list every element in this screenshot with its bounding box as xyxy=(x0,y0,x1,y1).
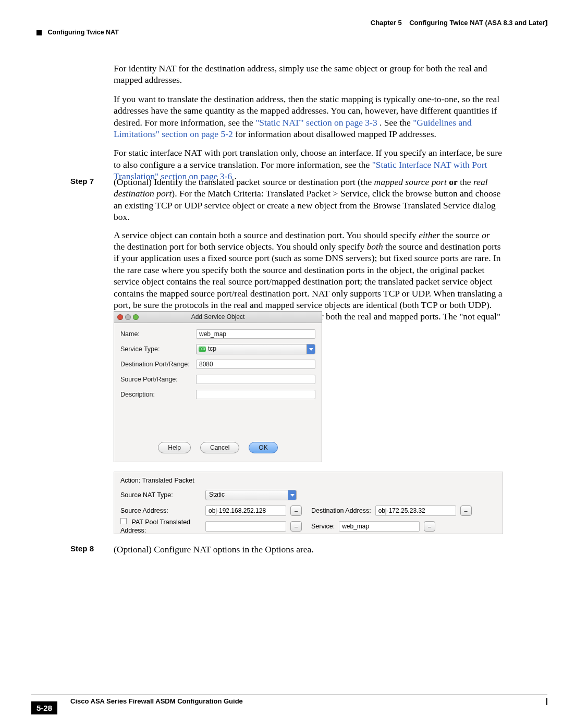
pat-pool-label: PAT Pool Translated Address: xyxy=(120,518,201,535)
zoom-icon[interactable] xyxy=(133,314,139,320)
page-header: Chapter 5 Configuring Twice NAT (ASA 8.3… xyxy=(16,19,547,28)
add-service-object-dialog: Add Service Object Name: web_map Service… xyxy=(114,311,322,462)
name-input[interactable]: web_map xyxy=(196,329,315,339)
dialog-titlebar[interactable]: Add Service Object xyxy=(114,312,322,323)
description-label: Description: xyxy=(120,390,196,399)
cancel-button[interactable]: Cancel xyxy=(200,442,239,453)
chapter-number: Chapter 5 xyxy=(371,19,402,27)
footer-guide-title: Cisco ASA Series Firewall ASDM Configura… xyxy=(70,697,243,706)
service-type-label: Service Type: xyxy=(120,345,196,353)
src-port-label: Source Port/Range: xyxy=(120,375,196,384)
body-content: For identity NAT for the destination add… xyxy=(114,63,503,190)
service-browse-button[interactable]: – xyxy=(424,521,435,532)
close-icon[interactable] xyxy=(117,314,123,320)
service-label: Service: xyxy=(311,522,335,530)
page-footer: Cisco ASA Series Firewall ASDM Configura… xyxy=(31,695,547,706)
dest-port-input[interactable]: 8080 xyxy=(196,360,315,369)
src-port-input[interactable] xyxy=(196,375,315,384)
src-addr-browse-button[interactable]: – xyxy=(290,505,302,516)
step-7-label: Step 7 xyxy=(70,176,94,186)
chevron-down-icon xyxy=(307,344,315,354)
section-header: Configuring Twice NAT xyxy=(36,28,119,36)
pat-pool-input[interactable] xyxy=(205,521,286,532)
src-nat-type-value: Static xyxy=(209,491,225,499)
dest-addr-label: Destination Address: xyxy=(311,507,371,515)
service-type-select[interactable]: TCP tcp xyxy=(196,344,315,354)
header-bar-icon xyxy=(546,20,547,26)
tcp-icon: TCP xyxy=(199,347,206,352)
dest-port-label: Destination Port/Range: xyxy=(120,360,196,368)
square-icon xyxy=(36,30,42,35)
step-8-label: Step 8 xyxy=(70,544,94,553)
para-identity-nat: For identity NAT for the destination add… xyxy=(114,63,503,86)
step-8-text: (Optional) Configure NAT options in the … xyxy=(114,544,503,555)
link-static-nat[interactable]: "Static NAT" section on page 3-3 xyxy=(255,117,377,128)
step-7-para1: (Optional) Identify the translated packe… xyxy=(114,176,503,223)
description-input[interactable] xyxy=(196,390,315,399)
src-addr-label: Source Address: xyxy=(120,507,201,515)
src-nat-type-label: Source NAT Type: xyxy=(120,491,201,499)
page-number: 5-28 xyxy=(31,701,57,714)
step-8: Step 8 (Optional) Configure NAT options … xyxy=(70,544,503,561)
footer-bar-icon xyxy=(546,698,547,705)
service-type-value: tcp xyxy=(208,345,216,353)
dest-addr-input[interactable]: obj-172.25.23.32 xyxy=(375,505,456,516)
panel-title: Action: Translated Packet xyxy=(120,476,496,485)
minimize-icon[interactable] xyxy=(125,314,131,320)
translated-packet-panel: Action: Translated Packet Source NAT Typ… xyxy=(114,472,503,534)
help-button[interactable]: Help xyxy=(158,442,191,453)
service-input[interactable]: web_map xyxy=(339,521,420,532)
pat-pool-checkbox[interactable] xyxy=(120,518,127,524)
chevron-down-icon xyxy=(288,490,296,500)
src-nat-type-select[interactable]: Static xyxy=(205,490,297,500)
ok-button[interactable]: OK xyxy=(249,442,277,453)
para-translate-dest: If you want to translate the destination… xyxy=(114,93,503,140)
src-addr-input[interactable]: obj-192.168.252.128 xyxy=(205,505,286,516)
dest-addr-browse-button[interactable]: – xyxy=(460,505,472,516)
pat-pool-browse-button[interactable]: – xyxy=(290,521,302,532)
name-label: Name: xyxy=(120,330,196,338)
section-title: Configuring Twice NAT xyxy=(47,29,118,36)
chapter-title: Configuring Twice NAT (ASA 8.3 and Later… xyxy=(409,19,547,27)
dialog-title: Add Service Object xyxy=(114,313,322,321)
